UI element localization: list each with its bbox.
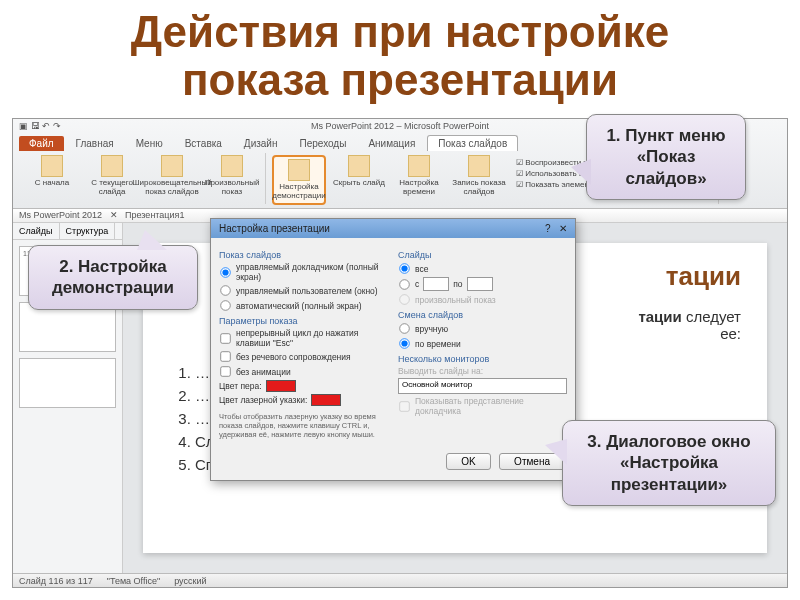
opt-custom-show[interactable]: произвольный показ	[398, 293, 567, 306]
hide-slide-button[interactable]: Скрыть слайд	[332, 155, 386, 188]
callout-1-text: 1. Пункт меню «Показ слайдов»	[606, 126, 725, 188]
hide-label: Скрыть слайд	[333, 179, 385, 188]
custom-show-label: Произвольный показ	[205, 179, 260, 197]
opt-advance-timings[interactable]: по времени	[398, 337, 567, 350]
dialog-window-controls[interactable]: ? ✕	[545, 223, 567, 234]
clock-icon	[408, 155, 430, 177]
to-spinbox[interactable]	[467, 277, 493, 291]
setup-label: Настройка демонстрации	[272, 183, 326, 201]
dialog-titlebar: Настройка презентации ? ✕	[211, 219, 575, 238]
setup-slideshow-button[interactable]: Настройка демонстрации	[272, 155, 326, 205]
opt-all-slides[interactable]: все	[398, 262, 567, 275]
panel-tab-outline[interactable]: Структура	[60, 223, 116, 239]
callout-step-1: 1. Пункт меню «Показ слайдов»	[586, 114, 746, 200]
slide-thumb[interactable]	[19, 358, 116, 408]
window-title: Ms PowerPoint 2012 – Microsoft PowerPoin…	[311, 121, 489, 131]
record-label: Запись показа слайдов	[452, 179, 506, 197]
ribbon-group-start: С начала С текущего слайда Широковещател…	[19, 153, 266, 204]
tab-slideshow[interactable]: Показ слайдов	[427, 135, 518, 151]
opt-advance-manual[interactable]: вручную	[398, 322, 567, 335]
play-icon	[41, 155, 63, 177]
record-icon	[468, 155, 490, 177]
broadcast-label: Широковещательный показ слайдов	[132, 179, 211, 197]
from-current-button[interactable]: С текущего слайда	[85, 155, 139, 197]
chk-loop[interactable]: непрерывный цикл до нажатия клавиши "Esc…	[219, 328, 388, 348]
laser-color-swatch[interactable]	[311, 394, 341, 406]
tab-design[interactable]: Дизайн	[234, 136, 288, 151]
broadcast-button[interactable]: Широковещательный показ слайдов	[145, 155, 199, 197]
laser-color-label: Цвет лазерной указки:	[219, 395, 307, 405]
custom-show-icon	[221, 155, 243, 177]
chk-presenter-view[interactable]: Показывать представление докладчика	[398, 396, 567, 416]
callout-step-2: 2. Настройка демонстрации	[28, 245, 198, 310]
group-monitors: Несколько мониторов	[398, 354, 567, 364]
dialog-title-text: Настройка презентации	[219, 223, 330, 234]
callout-2-text: 2. Настройка демонстрации	[52, 257, 174, 297]
panel-tab-slides[interactable]: Слайды	[13, 223, 60, 239]
pen-color-label: Цвет пера:	[219, 381, 262, 391]
setup-icon	[288, 159, 310, 181]
callout-3-text: 3. Диалоговое окно «Настройка презентаци…	[587, 432, 750, 494]
pen-color-swatch[interactable]	[266, 380, 296, 392]
from-start-label: С начала	[35, 179, 69, 188]
status-language: русский	[174, 576, 206, 586]
page-title: Действия при настройке показа презентаци…	[0, 0, 800, 109]
callout-tail-icon	[571, 159, 591, 185]
from-current-label: С текущего слайда	[85, 179, 139, 197]
callout-tail-icon	[545, 439, 567, 465]
doc-tab-1[interactable]: Ms PowerPoint 2012	[19, 210, 102, 220]
tab-home[interactable]: Главная	[66, 136, 124, 151]
status-theme: "Тема Office"	[107, 576, 160, 586]
opt-slide-range[interactable]: с по	[398, 277, 567, 291]
laser-note: Чтобы отобразить лазерную указку во врем…	[219, 412, 388, 439]
title-line-2: показа презентации	[20, 56, 780, 104]
rehearse-label: Настройка времени	[392, 179, 446, 197]
group-slides: Слайды	[398, 250, 567, 260]
opt-user[interactable]: управляемый пользователем (окно)	[219, 284, 388, 297]
hide-icon	[348, 155, 370, 177]
tab-menu[interactable]: Меню	[126, 136, 173, 151]
custom-show-button[interactable]: Произвольный показ	[205, 155, 259, 197]
slide-thumb[interactable]	[19, 302, 116, 352]
doc-tab-2[interactable]: Презентация1	[125, 210, 184, 220]
ok-button[interactable]: OK	[446, 453, 490, 470]
monitor-select[interactable]: Основной монитор	[398, 378, 567, 394]
opt-speaker[interactable]: управляемый докладчиком (полный экран)	[219, 262, 388, 282]
quick-access-toolbar: ▣ 🖫 ↶ ↷	[19, 121, 61, 131]
chk-no-animation[interactable]: без анимации	[219, 365, 388, 378]
title-line-1: Действия при настройке	[20, 8, 780, 56]
tab-insert[interactable]: Вставка	[175, 136, 232, 151]
group-advance: Смена слайдов	[398, 310, 567, 320]
tab-animation[interactable]: Анимация	[358, 136, 425, 151]
show-on-label: Выводить слайды на:	[398, 366, 567, 376]
group-show-type: Показ слайдов	[219, 250, 388, 260]
group-params: Параметры показа	[219, 316, 388, 326]
opt-auto[interactable]: автоматический (полный экран)	[219, 299, 388, 312]
tab-file[interactable]: Файл	[19, 136, 64, 151]
play-current-icon	[101, 155, 123, 177]
status-slide-count: Слайд 116 из 117	[19, 576, 93, 586]
from-start-button[interactable]: С начала	[25, 155, 79, 188]
chk-no-narration[interactable]: без речевого сопровождения	[219, 350, 388, 363]
record-button[interactable]: Запись показа слайдов	[452, 155, 506, 197]
broadcast-icon	[161, 155, 183, 177]
setup-dialog: Настройка презентации ? ✕ Показ слайдов …	[210, 218, 576, 481]
tab-transitions[interactable]: Переходы	[289, 136, 356, 151]
rehearse-button[interactable]: Настройка времени	[392, 155, 446, 197]
callout-tail-icon	[137, 230, 167, 250]
callout-step-3: 3. Диалоговое окно «Настройка презентаци…	[562, 420, 776, 506]
from-spinbox[interactable]	[423, 277, 449, 291]
status-bar: Слайд 116 из 117 "Тема Office" русский	[13, 573, 787, 587]
